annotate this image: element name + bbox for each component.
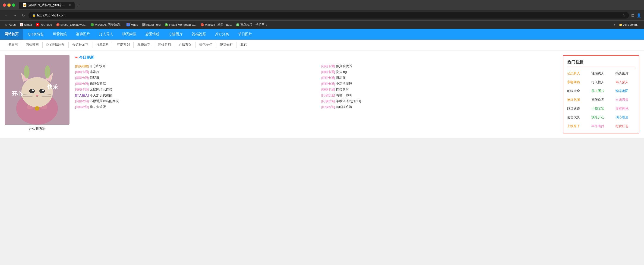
bookmark-httpbin[interactable]: ⬡ httpbin.org xyxy=(140,22,162,27)
nav-item-holiday[interactable]: 节日图片 xyxy=(234,29,257,40)
bookmark-youtube[interactable]: ▶ YouTube xyxy=(34,22,54,27)
hot-item[interactable]: 亲吻亲热 xyxy=(567,79,587,85)
sub-nav-others[interactable]: 其它 xyxy=(237,42,251,48)
hot-item[interactable]: 出来聊天 xyxy=(616,96,635,103)
bookmark-maps[interactable]: 📍 Maps xyxy=(125,22,140,27)
svg-point-5 xyxy=(21,77,53,107)
nav-item-hit[interactable]: 打人骂人 xyxy=(94,29,118,40)
update-item[interactable]: [问候欢迎] 萌萌喵爪嗨 xyxy=(321,104,558,110)
sub-nav: 元宵节 四格漫画 DIY表情制作 金馆长加字 打骂系列 可爱系列 群聊加字 问候… xyxy=(0,40,644,50)
forward-button[interactable]: → xyxy=(12,12,18,18)
bookmark-httpbin-label: httpbin.org xyxy=(146,23,160,26)
update-item[interactable]: [萌萌卡通] 非常好 xyxy=(75,69,312,75)
hot-item[interactable]: 伤心委屈 xyxy=(616,114,635,120)
update-item[interactable]: [问候欢迎] 嗨喽，帅哥 xyxy=(321,92,558,98)
update-item[interactable]: [萌萌卡通] 你真的优秀 xyxy=(321,63,558,69)
hot-item[interactable]: 骂人损人 xyxy=(616,79,635,85)
hot-item[interactable]: 动态趣图 xyxy=(616,88,635,94)
update-item[interactable]: [萌萌卡通] 挠头ing xyxy=(321,69,558,75)
bookmark-bruce[interactable]: C Bruce_Liuxiaowei... xyxy=(54,22,88,27)
nav-item-bless[interactable]: 祝福祝愿 xyxy=(187,29,210,40)
update-item[interactable]: [问候欢迎] 唯唯诺诺的打招呼 xyxy=(321,98,558,104)
hot-item[interactable]: 路过巡逻 xyxy=(567,105,587,112)
all-bookmarks[interactable]: 📁 All Bookm... xyxy=(617,22,641,27)
update-item[interactable]: [萌萌卡通] 连接超时 xyxy=(321,87,558,92)
active-tab[interactable]: 😺 搞笑图片_表情包_gif动态图片... ✕ xyxy=(19,2,74,8)
hot-item[interactable]: 快乐开心 xyxy=(592,114,611,120)
hot-item[interactable]: 抢发红包 xyxy=(616,123,635,129)
bookmark-ms08067-label: MS08067网安知识... xyxy=(95,23,122,27)
minimize-button[interactable] xyxy=(8,4,11,7)
page-content: 网站首页 QQ表情包 可爱搞笑 群聊图片 打人骂人 聊天问候 恋爱情感 心情图片… xyxy=(0,29,644,138)
gmail-icon: M xyxy=(20,23,23,26)
update-item[interactable]: [萌萌卡通] 扭屁股 xyxy=(321,75,558,80)
back-button[interactable]: ← xyxy=(3,12,9,18)
today-update-title: 今日更新 xyxy=(75,55,558,60)
bookmark-cwk[interactable]: C MacWk - 精品mac... xyxy=(199,22,234,28)
hot-item[interactable]: 抢红包图 xyxy=(567,96,587,103)
sub-nav-bless-col[interactable]: 祝福专栏 xyxy=(216,42,237,48)
svg-point-10 xyxy=(24,65,30,78)
bookmark-star-icon[interactable]: ☆ xyxy=(622,14,625,17)
hot-item[interactable]: 动态真人 xyxy=(567,70,587,76)
update-item[interactable]: [打人揍人] 今天加班我说的 xyxy=(75,92,312,98)
sub-nav-scold[interactable]: 打骂系列 xyxy=(92,42,113,48)
update-item[interactable]: [问候欢迎] 嗨，大笨蛋 xyxy=(75,104,312,110)
nav-item-love[interactable]: 恋爱情感 xyxy=(141,29,164,40)
hot-item[interactable]: 群主图片 xyxy=(592,88,611,94)
hot-item[interactable]: 问候欢迎 xyxy=(592,96,611,103)
reload-button[interactable]: ↻ xyxy=(20,12,26,18)
hot-item[interactable]: 打人揍人 xyxy=(592,79,611,85)
svg-point-13 xyxy=(40,89,45,93)
tab-close-button[interactable]: ✕ xyxy=(68,4,71,7)
bookmark-apps[interactable]: ⊞ Apps xyxy=(3,22,18,27)
update-item[interactable]: [萌萌卡通] 戳屁股 xyxy=(75,75,312,80)
update-item[interactable]: [萌萌卡通] 小新扭屁股 xyxy=(321,81,558,87)
hot-item[interactable]: 上线来了 xyxy=(567,123,587,129)
sub-nav-diy[interactable]: DIY表情制作 xyxy=(42,42,68,48)
hot-item[interactable]: 性感诱人 xyxy=(592,70,611,76)
split-view-button[interactable]: ⊡ xyxy=(631,13,634,18)
hot-item[interactable]: 搞笑图片 xyxy=(616,70,635,76)
nav-item-chat[interactable]: 聊天问候 xyxy=(118,29,141,40)
update-item[interactable]: [萌萌卡通] 贱贱兔斯基 xyxy=(75,81,312,87)
bookmark-caoniao[interactable]: 菜 菜鸟教程 – 学的不... xyxy=(234,22,269,28)
more-bookmarks[interactable]: » xyxy=(614,23,616,26)
hot-item[interactable]: 小孩宝宝 xyxy=(592,105,611,112)
bookmark-gmail[interactable]: M Gmail xyxy=(18,22,34,27)
new-tab-button[interactable]: + xyxy=(74,3,81,8)
sub-nav-kawaii[interactable]: 可爱系列 xyxy=(113,42,134,48)
nav-item-home[interactable]: 网站首页 xyxy=(0,29,23,40)
sub-nav-group-text[interactable]: 群聊加字 xyxy=(134,42,154,48)
bookmark-ms08067[interactable]: 🌿 MS08067网安知识... xyxy=(89,22,124,28)
hot-item[interactable]: 傻笑大笑 xyxy=(567,114,587,120)
lock-icon: 🔒 xyxy=(32,14,36,17)
nav-item-cute[interactable]: 可爱搞笑 xyxy=(48,29,71,40)
sub-nav-manga[interactable]: 四格漫画 xyxy=(22,42,42,48)
hot-item[interactable]: 甜蜜拥抱 xyxy=(616,105,635,112)
profile-button[interactable]: 👤 xyxy=(636,13,641,18)
tab-favicon: 😺 xyxy=(23,3,26,7)
nav-item-qq[interactable]: QQ表情包 xyxy=(23,29,48,40)
update-item[interactable]: [搞笑动物] 开心和快乐 xyxy=(75,63,312,69)
sub-nav-greeting[interactable]: 问候系列 xyxy=(154,42,175,48)
update-item[interactable]: [问候欢迎] 不愿透露姓名的网友 xyxy=(75,98,312,104)
url-input[interactable]: 🔒 https://qq.yh31.com ☆ xyxy=(28,12,629,18)
sub-nav-couple[interactable]: 情侣专栏 xyxy=(196,42,216,48)
sub-nav-yuanxiao[interactable]: 元宵节 xyxy=(5,42,22,48)
nav-item-mood[interactable]: 心情图片 xyxy=(164,29,187,40)
svg-point-11 xyxy=(45,65,50,78)
bookmark-mongodb[interactable]: 🍃 Install MongoDB C... xyxy=(163,22,198,27)
sub-nav-mood[interactable]: 心情系列 xyxy=(175,42,196,48)
nav-item-group[interactable]: 群聊图片 xyxy=(71,29,94,40)
title-bar: 😺 搞笑图片_表情包_gif动态图片... ✕ + xyxy=(0,0,644,10)
sub-nav-jin[interactable]: 金馆长加字 xyxy=(68,42,92,48)
maximize-button[interactable] xyxy=(12,4,15,7)
close-button[interactable] xyxy=(3,4,6,7)
nav-item-other[interactable]: 其它分类 xyxy=(210,29,234,40)
hot-item[interactable]: 动物大全 xyxy=(567,88,587,94)
svg-text:快乐: 快乐 xyxy=(47,84,58,90)
featured-image[interactable]: 开心 快乐 xyxy=(5,55,70,124)
hot-item[interactable]: 早午晚好 xyxy=(592,123,611,129)
update-item[interactable]: [萌萌卡通] 无线网络已连接 xyxy=(75,87,312,92)
